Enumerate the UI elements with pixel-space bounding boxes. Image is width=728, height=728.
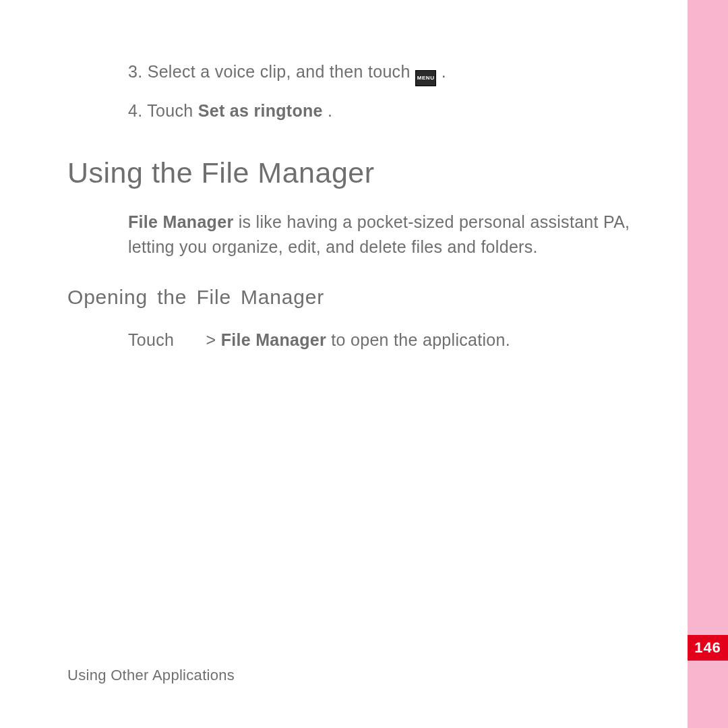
footer-chapter-title: Using Other Applications	[67, 667, 235, 684]
open-instr-sep: >	[201, 330, 220, 349]
step-4-text-pre: 4. Touch	[128, 101, 198, 120]
side-tab-bar	[688, 0, 728, 728]
page-number-badge: 146	[688, 635, 728, 661]
heading-using-file-manager: Using the File Manager	[67, 156, 667, 189]
menu-icon: MENU	[415, 70, 437, 86]
file-manager-bold: File Manager	[128, 212, 233, 231]
file-manager-description: File Manager is like having a pocket-siz…	[128, 210, 667, 260]
open-file-manager-instruction: Touch > File Manager to open the applica…	[128, 328, 667, 353]
heading-opening-file-manager: Opening the File Manager	[67, 286, 667, 309]
step-4: 4. Touch Set as ringtone .	[128, 100, 667, 123]
step-4-text-post: .	[328, 101, 332, 120]
step-3-text-post: .	[442, 62, 446, 81]
open-instr-pre: Touch	[128, 330, 174, 349]
document-page: 146 3. Select a voice clip, and then tou…	[0, 0, 728, 728]
open-instr-bold: File Manager	[221, 330, 326, 349]
step-3-text-pre: 3. Select a voice clip, and then touch	[128, 62, 415, 81]
content-area: 3. Select a voice clip, and then touch M…	[67, 61, 667, 371]
open-instr-post: to open the application.	[326, 330, 510, 349]
step-3: 3. Select a voice clip, and then touch M…	[128, 61, 667, 86]
step-4-bold: Set as ringtone	[198, 101, 323, 120]
